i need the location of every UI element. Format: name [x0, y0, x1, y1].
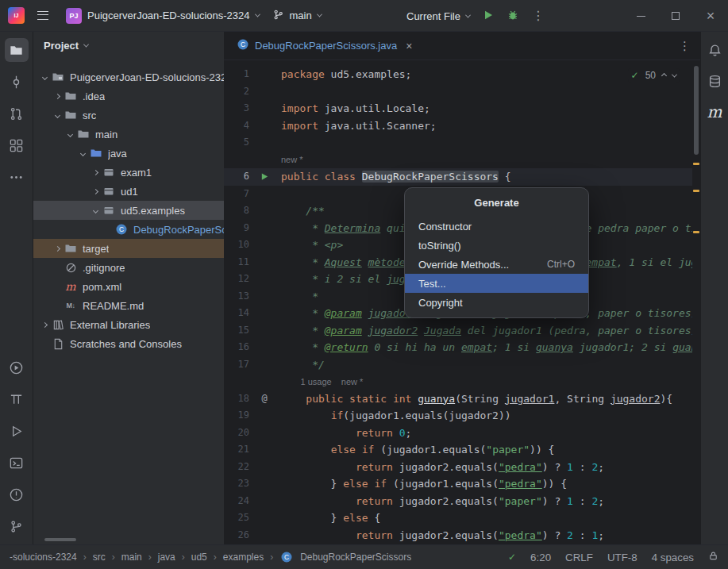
run-button[interactable]	[483, 10, 494, 23]
menu-item-label: Copyright	[418, 297, 463, 309]
menu-item-test[interactable]: Test...	[405, 274, 588, 293]
breadcrumb-item-solucions-2324[interactable]: -solucions-2324	[10, 552, 77, 563]
more-tool-icon[interactable]	[5, 165, 29, 189]
tree-item-label: ud5.examples	[121, 205, 185, 217]
breadcrumb-item-java[interactable]: java	[158, 552, 175, 563]
database-tool-icon[interactable]	[703, 69, 726, 93]
right-activity-bar: m	[700, 32, 728, 544]
tree-item-puigcerverjoan-ed-solucions-2324[interactable]: PuigcerverJoan-ED-solucions-2324	[33, 67, 224, 87]
line-number: 5	[224, 134, 252, 152]
tree-item-external-libraries[interactable]: External Libraries	[33, 315, 224, 334]
tree-item-java[interactable]: java	[33, 144, 224, 163]
tree-item-ud5-examples[interactable]: ud5.examples	[33, 201, 224, 220]
breadcrumb-item-main[interactable]: main	[121, 552, 142, 563]
java-class-icon: C	[114, 223, 129, 236]
close-tab-icon[interactable]: ×	[406, 40, 412, 52]
ignored-icon	[64, 261, 78, 274]
folder-icon	[64, 109, 78, 121]
menu-item-copyright[interactable]: Copyright	[405, 293, 588, 312]
tab-debugrockpaperscissors[interactable]: C DebugRockPaperScissors.java ×	[224, 32, 420, 60]
tab-options-icon[interactable]: ⋮	[679, 40, 691, 52]
indent-style[interactable]: 4 spaces	[652, 552, 694, 563]
project-panel-header[interactable]: Project	[33, 32, 224, 60]
intellij-logo-icon: IJ	[8, 7, 25, 24]
lock-icon[interactable]	[708, 551, 718, 563]
warning-stripe-mark	[693, 190, 699, 192]
maximize-button[interactable]	[658, 0, 693, 32]
line-number: 21	[224, 441, 252, 459]
project-scrollbar[interactable]	[44, 538, 76, 541]
code-vision-hint[interactable]: new *	[281, 152, 303, 169]
project-widget[interactable]: PJ PuigcerverJoan-ED-solucions-2324	[60, 5, 266, 27]
breadcrumb-item-debugrockpaperscissors[interactable]: DebugRockPaperScissors	[300, 552, 411, 563]
caret-position[interactable]: 6:20	[530, 552, 551, 563]
pull-requests-tool-icon[interactable]	[5, 102, 29, 125]
tree-item-label: main	[95, 129, 117, 140]
menu-item-tostring[interactable]: toString()	[405, 236, 588, 255]
code-hint-row: new *	[224, 152, 692, 169]
breadcrumb-item-ud5[interactable]: ud5	[191, 552, 207, 563]
breadcrumb-item-examples[interactable]: examples	[223, 552, 264, 563]
chevron-right-icon[interactable]	[54, 245, 60, 251]
chevron-right-icon[interactable]	[92, 169, 98, 175]
project-tool-window: Project PuigcerverJoan-ED-solucions-2324…	[33, 32, 224, 544]
menu-item-override-methods[interactable]: Override Methods...Ctrl+O	[405, 255, 588, 274]
problems-tool-icon[interactable]	[5, 482, 29, 506]
maven-tool-icon[interactable]: m	[703, 100, 726, 124]
tree-item-main[interactable]: main	[33, 125, 224, 144]
chevron-down-icon[interactable]	[54, 112, 60, 117]
more-actions-icon[interactable]: ⋮	[532, 10, 545, 22]
chevron-down-icon[interactable]	[67, 131, 72, 136]
tree-item-scratches-and-consoles[interactable]: Scratches and Consoles	[33, 334, 224, 353]
run-line-icon[interactable]	[252, 172, 276, 181]
code-vision-hint[interactable]: 1 usage new *	[300, 374, 363, 391]
popup-title: Generate	[405, 188, 588, 217]
minimize-button[interactable]	[623, 0, 658, 32]
notifications-tool-icon[interactable]	[703, 38, 726, 62]
tree-item-pom-xml[interactable]: mpom.xml	[33, 277, 224, 296]
file-encoding[interactable]: UTF-8	[607, 552, 637, 563]
menu-item-constructor[interactable]: Constructor	[405, 217, 588, 236]
chevron-up-icon[interactable]	[661, 72, 667, 78]
java-class-icon: C	[279, 551, 294, 563]
chevron-right-icon[interactable]	[41, 321, 47, 327]
line-separator[interactable]: CRLF	[565, 552, 593, 563]
chevron-down-icon	[254, 12, 260, 17]
chevron-right-icon[interactable]	[92, 188, 98, 194]
branch-widget[interactable]: main	[266, 6, 328, 26]
terminal-tool-icon[interactable]	[5, 451, 29, 475]
services-tool-icon[interactable]	[5, 387, 29, 411]
chevron-down-icon[interactable]	[79, 150, 85, 156]
status-check-icon: ✓	[508, 552, 516, 563]
tree-item-debugrockpaperscissors[interactable]: CDebugRockPaperScissors	[33, 220, 224, 239]
chevron-down-icon[interactable]	[92, 207, 98, 213]
tree-item-readme-md[interactable]: M↓README.md	[33, 296, 224, 315]
version-control-tool-icon[interactable]	[5, 514, 29, 538]
tree-item-target[interactable]: target	[33, 239, 224, 258]
debug-button[interactable]	[507, 9, 519, 24]
source-folder-icon	[89, 147, 103, 160]
close-button[interactable]: ×	[693, 0, 728, 32]
line-number: 24	[224, 493, 252, 510]
tree-item-idea[interactable]: .idea	[33, 87, 224, 106]
structure-tool-icon[interactable]	[5, 133, 29, 157]
tree-item-ud1[interactable]: ud1	[33, 182, 224, 201]
tree-item-exam1[interactable]: exam1	[33, 163, 224, 182]
chevron-down-icon[interactable]	[41, 74, 47, 79]
play-tool-icon[interactable]	[5, 419, 29, 443]
annotation-gutter-icon[interactable]: @	[252, 390, 276, 408]
main-menu-button[interactable]	[37, 11, 48, 20]
chevron-right-icon[interactable]	[54, 93, 60, 98]
breadcrumb-item-src[interactable]: src	[93, 552, 106, 563]
line-number: 10	[224, 236, 252, 254]
inspections-widget[interactable]: ✓ 50	[628, 68, 680, 83]
commit-tool-icon[interactable]	[5, 70, 29, 94]
tree-item-gitignore[interactable]: .gitignore	[33, 258, 224, 277]
tree-item-src[interactable]: src	[33, 106, 224, 125]
project-tool-icon[interactable]	[5, 38, 29, 62]
chevron-down-icon[interactable]	[672, 71, 677, 77]
run-tool-icon[interactable]	[5, 356, 29, 379]
run-config-selector[interactable]: Current File	[406, 10, 470, 22]
scrollbar-thumb[interactable]	[694, 66, 699, 155]
editor-scrollbar[interactable]	[692, 61, 700, 544]
